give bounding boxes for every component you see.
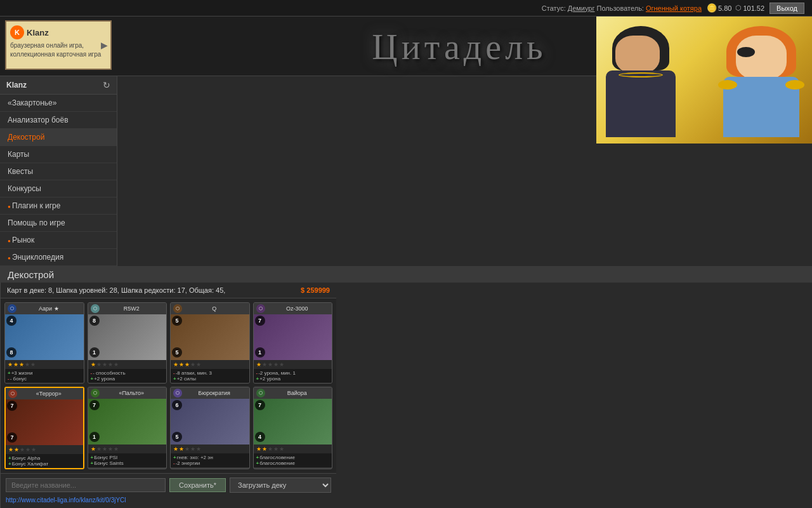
deck-name-input[interactable]	[6, 478, 166, 492]
sidebar-item-encyclopedia[interactable]: ● Энциклопедия	[0, 249, 117, 266]
right-panel: Карт в деке: 8, Шапка уровней: 28, Шапка…	[0, 283, 336, 508]
deck-card[interactable]: ⬡ «Пальто» 7 1 ★★★★★ +Бонус PSI+Бонус Sa…	[88, 387, 167, 469]
sidebar-item-market[interactable]: ● Рынок	[0, 232, 117, 249]
klanz-arrow: ▶	[101, 40, 108, 50]
coin-icon: 🪙	[707, 3, 717, 13]
sidebar-item-cards[interactable]: Карты	[0, 146, 117, 163]
deck-cards-area: ⬡ Аари ★ 4 8 ★★★★★ ++3 жизни-- бонус ⬡ R…	[1, 298, 336, 473]
klanz-description: браузерная онлайн игра, коллекционная ка…	[10, 41, 107, 59]
score-amount: 101.52	[743, 4, 764, 12]
user-label: Пользователь:	[596, 4, 643, 12]
score-icon: ⬡	[735, 4, 742, 12]
username-link[interactable]: Огненный котяра	[646, 4, 702, 12]
citadel-logo: Цитадель	[372, 27, 546, 67]
deck-card[interactable]: ⬡ «Террор» 7 7 ★★★★★ +Бонус Alpha+Бонус …	[4, 387, 84, 469]
sidebar-item-help[interactable]: Помощь по игре	[0, 215, 117, 232]
deck-url-link[interactable]: http://www.citadel-liga.info/klanz/kit/0…	[6, 497, 126, 504]
deck-stats-text: Карт в деке: 8, Шапка уровней: 28, Шапка…	[7, 286, 225, 294]
sidebar-item-plugin[interactable]: ● Плагин к игре	[0, 197, 117, 215]
role-link[interactable]: Демиург	[568, 4, 595, 12]
deck-card[interactable]: ⬡ R5W2 8 1 ★★★★★ -- способность++2 урона	[88, 302, 167, 384]
deck-card[interactable]: ⬡ Аари ★ 4 8 ★★★★★ ++3 жизни-- бонус	[4, 302, 84, 384]
sidebar-username: Klanz	[6, 81, 27, 90]
save-deck-button[interactable]: Сохранить*	[169, 478, 226, 492]
klanz-name: Klanz	[27, 28, 49, 37]
deck-stats-bar: Карт в деке: 8, Шапка уровней: 28, Шапка…	[1, 283, 336, 298]
coins-amount: 5.80	[718, 4, 731, 12]
status-label: Статус:	[542, 4, 566, 12]
klanz-logo-icon: K	[10, 25, 24, 39]
sidebar-item-deckbuild[interactable]: Декострой	[0, 129, 117, 146]
deck-card[interactable]: ⬡ Вайора 7 4 ★★★★★ +благословение+благос…	[253, 387, 333, 469]
page-title-bar: Декострой	[0, 266, 812, 283]
sidebar: Klanz ↻ «Закартонье» Анализатор боёв Дек…	[0, 76, 117, 266]
logout-button[interactable]: Выход	[769, 3, 804, 14]
page-title: Декострой	[8, 269, 54, 280]
character-art	[596, 17, 812, 144]
klanz-box: K Klanz ▶ браузерная онлайн игра, коллек…	[5, 20, 112, 70]
sidebar-user-section: Klanz ↻	[0, 76, 117, 95]
sidebar-item-contests[interactable]: Конкурсы	[0, 180, 117, 197]
deck-card[interactable]: ⬡ Oz-3000 7 1 ★★★★★ --2 урона, мин. 1++2…	[253, 302, 333, 384]
load-deck-select[interactable]: Загрузить деку	[230, 478, 331, 493]
refresh-icon[interactable]: ↻	[103, 80, 110, 90]
deck-card[interactable]: ⬡ Q 5 5 ★★★★★ --8 атаки, мин. 3++2 силы	[170, 302, 250, 384]
sidebar-item-quests[interactable]: Квесты	[0, 163, 117, 180]
deck-money: $ 259999	[301, 286, 330, 294]
deck-controls: Сохранить* Загрузить деку http://www.cit…	[1, 473, 336, 508]
deck-card[interactable]: ⬡ Бюрократия 6 5 ★★★★★ +гнев: эхо: +2 эн…	[170, 387, 250, 469]
sidebar-item-zakartonie[interactable]: «Закартонье»	[0, 95, 117, 112]
sidebar-item-analyzer[interactable]: Анализатор боёв	[0, 112, 117, 129]
left-content: Декострой Фабрика С учетом карт Персонал…	[0, 266, 812, 283]
